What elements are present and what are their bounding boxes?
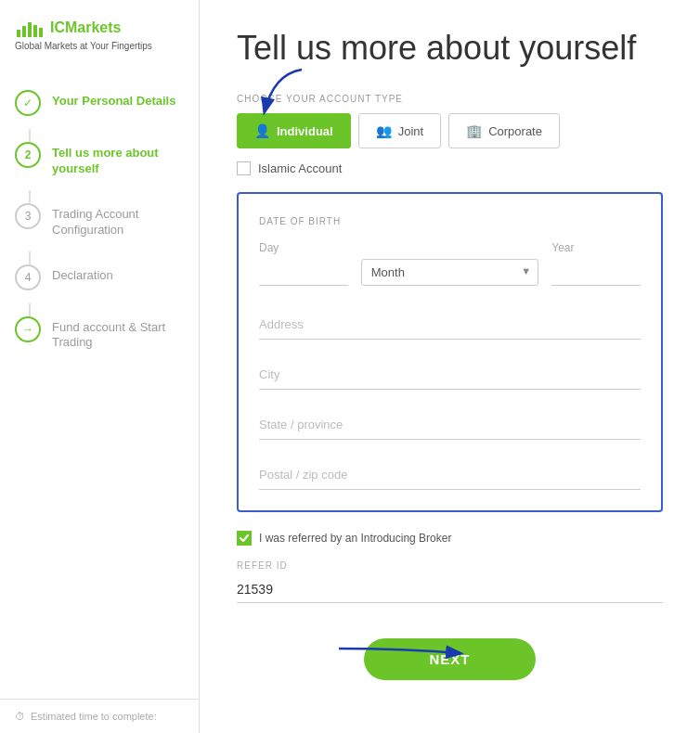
individual-icon: 👤 — [254, 123, 270, 138]
city-input[interactable] — [259, 360, 641, 390]
svg-rect-2 — [28, 22, 32, 37]
sidebar-item-personal-details[interactable]: ✓ Your Personal Details — [0, 77, 199, 129]
sidebar-footer: ⏱ Estimated time to complete: — [0, 699, 199, 733]
sidebar-steps: ✓ Your Personal Details 2 Tell us more a… — [0, 58, 199, 699]
page-title: Tell us more about yourself — [237, 28, 663, 68]
dob-month-select[interactable]: Month January February March April May J… — [361, 259, 539, 286]
state-field — [259, 410, 641, 440]
dob-year-input[interactable] — [551, 260, 641, 286]
joint-icon: 👥 — [376, 123, 392, 138]
svg-rect-1 — [22, 26, 26, 37]
islamic-checkbox[interactable] — [237, 161, 251, 175]
logo-subtitle: Global Markets at Your Fingertips — [15, 41, 184, 51]
dob-day-input[interactable] — [259, 260, 348, 286]
refer-checkbox[interactable] — [237, 531, 252, 546]
islamic-account-row: Islamic Account — [237, 161, 663, 175]
svg-rect-0 — [17, 30, 20, 37]
svg-rect-3 — [33, 25, 37, 37]
arrow-individual — [246, 65, 320, 121]
next-row: NEXT — [237, 629, 663, 680]
sidebar-item-fund-account[interactable]: → Fund account & Start Trading — [0, 303, 199, 365]
refer-id-input[interactable] — [237, 576, 663, 603]
address-field — [259, 310, 641, 340]
svg-rect-4 — [39, 28, 43, 37]
refer-label: I was referred by an Introducing Broker — [259, 532, 451, 545]
refer-id-label: REFER ID — [237, 560, 663, 571]
logo: ICMarkets Global Markets at Your Fingert… — [0, 0, 199, 58]
dob-day-label: Day — [259, 241, 348, 254]
dob-month-field: Month January February March April May J… — [361, 259, 539, 286]
corporate-icon: 🏢 — [466, 123, 482, 138]
refer-broker-row: I was referred by an Introducing Broker — [237, 531, 663, 546]
dob-row: Day Month January February March April M… — [259, 241, 641, 286]
refer-id-section: REFER ID — [237, 560, 663, 603]
main-content: Tell us more about yourself CHOOSE YOUR … — [200, 0, 700, 733]
step-label-2: Tell us more about yourself — [52, 142, 184, 177]
clock-icon: ⏱ — [15, 711, 25, 722]
step-label-1: Your Personal Details — [52, 90, 175, 109]
state-input[interactable] — [259, 410, 641, 440]
form-box: DATE OF BIRTH Day Month January February… — [237, 192, 663, 512]
account-type-label: CHOOSE YOUR ACCOUNT TYPE — [237, 94, 663, 104]
logo-icon — [15, 17, 45, 39]
postal-field — [259, 460, 641, 490]
next-button[interactable]: NEXT — [364, 638, 535, 680]
dob-day-field: Day — [259, 241, 348, 286]
corporate-label: Corporate — [488, 124, 542, 138]
dob-year-label: Year — [551, 241, 641, 254]
city-field — [259, 360, 641, 390]
checkmark-icon — [239, 533, 250, 544]
step-label-3: Trading Account Configuration — [52, 203, 184, 238]
account-type-buttons: 👤 Individual 👥 Joint 🏢 Corporate — [237, 113, 663, 148]
step-circle-4: 4 — [15, 264, 41, 290]
logo-text: ICMarkets — [50, 19, 121, 36]
step-circle-3: 3 — [15, 203, 41, 229]
sidebar-item-declaration[interactable]: 4 Declaration — [0, 251, 199, 303]
dob-year-field: Year — [551, 241, 641, 286]
step-circle-2: 2 — [15, 142, 41, 168]
account-btn-joint[interactable]: 👥 Joint — [358, 113, 441, 148]
step-label-4: Declaration — [52, 264, 113, 284]
islamic-label: Islamic Account — [258, 161, 342, 175]
step-label-5: Fund account & Start Trading — [52, 316, 184, 352]
joint-label: Joint — [398, 124, 423, 138]
account-btn-corporate[interactable]: 🏢 Corporate — [448, 113, 560, 148]
step-circle-5: → — [15, 316, 41, 342]
account-btn-individual[interactable]: 👤 Individual — [237, 113, 351, 148]
sidebar-item-trading-config[interactable]: 3 Trading Account Configuration — [0, 190, 199, 251]
postal-input[interactable] — [259, 460, 641, 490]
sidebar-item-tell-us-more[interactable]: 2 Tell us more about yourself — [0, 129, 199, 190]
step-circle-1: ✓ — [15, 90, 41, 116]
sidebar: ICMarkets Global Markets at Your Fingert… — [0, 0, 200, 733]
dob-section-label: DATE OF BIRTH — [259, 216, 641, 226]
individual-label: Individual — [277, 124, 333, 138]
address-input[interactable] — [259, 310, 641, 340]
